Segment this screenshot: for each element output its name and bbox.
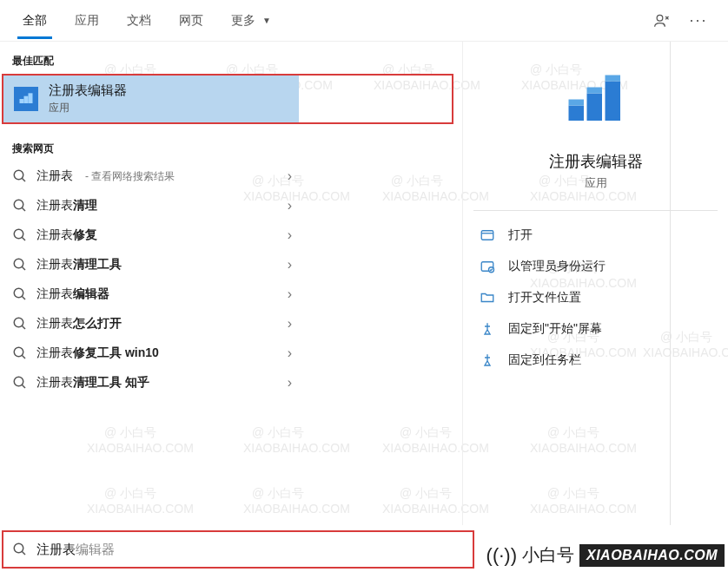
svg-point-16 [14, 347, 23, 357]
svg-rect-3 [29, 93, 33, 103]
svg-point-10 [14, 259, 23, 268]
search-input-box[interactable]: 注册表编辑器 [2, 530, 474, 569]
tab-apps[interactable]: 应用 [61, 3, 113, 39]
svg-point-18 [14, 377, 23, 386]
web-result-item[interactable]: 注册表编辑器› [0, 279, 304, 309]
web-result-item[interactable]: 注册表修复› [0, 220, 304, 250]
chevron-right-icon: › [288, 198, 292, 214]
web-results-list: 注册表 - 查看网络搜索结果›注册表清理›注册表修复›注册表清理工具›注册表编辑… [0, 161, 304, 398]
chevron-right-icon: › [288, 257, 292, 273]
svg-line-30 [22, 551, 25, 555]
chevron-right-icon: › [288, 316, 292, 332]
svg-line-15 [22, 325, 25, 329]
preview-action[interactable]: 固定到"开始"屏幕 [473, 313, 718, 345]
svg-rect-24 [586, 88, 602, 94]
svg-rect-2 [24, 96, 29, 103]
preview-pane: 注册表编辑器 应用 打开以管理员身份运行打开文件位置固定到"开始"屏幕固定到任务… [462, 42, 728, 525]
more-options-icon[interactable]: ··· [686, 9, 711, 33]
web-result-item[interactable]: 注册表清理工具› [0, 250, 304, 279]
svg-point-12 [14, 288, 23, 298]
svg-rect-23 [568, 100, 584, 106]
svg-line-5 [22, 178, 25, 181]
action-label: 打开 [508, 227, 533, 243]
action-label: 打开文件位置 [508, 290, 581, 306]
svg-rect-1 [20, 99, 24, 103]
svg-line-19 [22, 385, 25, 388]
chevron-right-icon: › [288, 168, 292, 184]
best-match-subtitle: 应用 [49, 101, 127, 115]
divider [473, 210, 718, 211]
preview-action[interactable]: 以管理员身份运行 [473, 251, 718, 282]
pin-taskbar-icon [479, 352, 496, 369]
tab-documents[interactable]: 文档 [113, 3, 165, 39]
action-label: 固定到"开始"屏幕 [508, 321, 602, 337]
svg-rect-21 [586, 94, 602, 122]
web-result-item[interactable]: 注册表怎么打开› [0, 309, 304, 339]
preview-app-icon [559, 66, 632, 139]
action-label: 固定到任务栏 [508, 352, 581, 368]
tab-all[interactable]: 全部 [9, 3, 61, 39]
svg-point-4 [14, 170, 23, 180]
search-text: 注册表编辑器 [36, 542, 115, 558]
best-match-header: 最佳匹配 [0, 47, 304, 74]
regedit-icon [14, 87, 38, 111]
brand-url: XIAOBAIHAO.COM [579, 544, 725, 567]
brand-waves-icon: ((·)) [486, 544, 517, 567]
best-match-result[interactable]: 注册表编辑器 应用 [3, 76, 299, 122]
chevron-right-icon: › [288, 286, 292, 302]
search-icon [12, 542, 28, 557]
svg-point-8 [14, 229, 23, 239]
chevron-right-icon: › [288, 227, 292, 243]
preview-title: 注册表编辑器 [549, 151, 643, 172]
tab-web[interactable]: 网页 [165, 3, 217, 39]
best-match-title: 注册表编辑器 [49, 82, 127, 99]
run-admin-icon [479, 258, 496, 275]
preview-action[interactable]: 打开文件位置 [473, 282, 718, 313]
web-result-item[interactable]: 注册表 - 查看网络搜索结果› [0, 161, 304, 191]
web-result-item[interactable]: 注册表清理工具 知乎› [0, 368, 304, 398]
svg-line-17 [22, 355, 25, 358]
feedback-icon[interactable] [650, 9, 674, 33]
preview-action[interactable]: 固定到任务栏 [473, 345, 718, 376]
svg-line-9 [22, 237, 25, 240]
results-column: 最佳匹配 注册表编辑器 应用 搜索网页 注册表 - 查看网络搜索结果›注册表清理… [0, 42, 304, 525]
svg-rect-26 [481, 231, 493, 240]
svg-point-6 [14, 200, 23, 209]
svg-line-11 [22, 266, 25, 270]
search-category-tabs: 全部 应用 文档 网页 更多 ▼ ··· [0, 0, 728, 42]
web-result-item[interactable]: 注册表修复工具 win10› [0, 339, 304, 368]
svg-point-0 [657, 15, 663, 21]
brand-name: 小白号 [522, 543, 574, 567]
svg-point-14 [14, 318, 23, 327]
preview-subtitle: 应用 [585, 175, 607, 191]
svg-rect-20 [568, 106, 584, 122]
preview-actions: 打开以管理员身份运行打开文件位置固定到"开始"屏幕固定到任务栏 [473, 220, 718, 376]
open-icon [479, 227, 496, 244]
pin-start-icon [479, 320, 496, 338]
svg-rect-22 [605, 82, 620, 122]
best-match-highlight: 注册表编辑器 应用 [2, 74, 453, 124]
chevron-right-icon: › [288, 345, 292, 361]
svg-point-29 [14, 543, 23, 553]
svg-line-13 [22, 296, 25, 299]
open-location-icon [479, 289, 496, 306]
svg-line-7 [22, 207, 25, 211]
tab-more[interactable]: 更多 ▼ [217, 3, 285, 39]
action-label: 以管理员身份运行 [508, 259, 606, 274]
web-result-item[interactable]: 注册表清理› [0, 191, 304, 220]
preview-action[interactable]: 打开 [473, 220, 718, 251]
chevron-right-icon: › [288, 375, 292, 391]
search-web-header: 搜索网页 [0, 135, 304, 161]
svg-rect-25 [605, 76, 620, 82]
chevron-down-icon: ▼ [262, 16, 271, 25]
brand-footer: ((·)) 小白号 XIAOBAIHAO.COM [486, 543, 725, 567]
